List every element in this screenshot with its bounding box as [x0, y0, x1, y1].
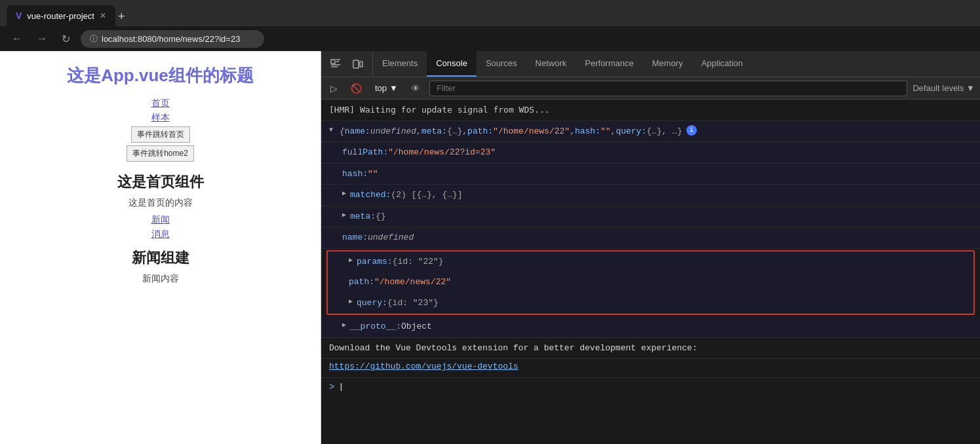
- browser-chrome: V vue-router-project ✕ +: [0, 0, 980, 26]
- console-prompt-icon: >: [329, 382, 334, 392]
- console-line-fullpath: fullPath: "/home/news/22?id=23": [321, 142, 980, 164]
- path-val: "/home/news/22": [374, 276, 451, 289]
- name-key: name:: [342, 231, 368, 244]
- tab-console[interactable]: Console: [427, 51, 477, 77]
- console-execute-icon[interactable]: ▷: [326, 81, 342, 96]
- event-jump-home-button[interactable]: 事件跳转首页: [131, 126, 190, 143]
- nav-link-home[interactable]: 首页: [151, 98, 170, 109]
- object-comma1: ,: [416, 125, 421, 138]
- devtools-inspect-icon[interactable]: [326, 56, 345, 72]
- tab-sources[interactable]: Sources: [477, 51, 526, 77]
- default-levels[interactable]: Default levels ▼: [912, 83, 975, 93]
- svg-rect-5: [353, 60, 359, 68]
- tab-performance[interactable]: Performance: [576, 51, 642, 77]
- name-val: undefined: [368, 231, 414, 244]
- fullpath-val: "/home/news/22?id=23": [388, 146, 496, 159]
- eye-icon[interactable]: 👁: [407, 81, 424, 96]
- object-more: , …}: [662, 125, 682, 138]
- nav-link-sample[interactable]: 样本: [151, 112, 170, 124]
- tab-elements[interactable]: Elements: [373, 51, 427, 77]
- meta-val: {}: [376, 210, 386, 223]
- tab-network[interactable]: Network: [526, 51, 576, 77]
- tab-application[interactable]: Application: [692, 51, 753, 77]
- nav-link-news[interactable]: 新闻: [151, 214, 170, 226]
- matched-key: matched:: [350, 189, 391, 202]
- section2-title: 新闻组建: [20, 248, 301, 268]
- tab-favicon: V: [16, 10, 22, 21]
- console-clear-icon[interactable]: 🚫: [347, 81, 366, 96]
- download-text: Download the Vue Devtools extension for …: [329, 343, 697, 353]
- tab-close-button[interactable]: ✕: [100, 11, 106, 20]
- console-line-path: path: "/home/news/22": [328, 272, 973, 293]
- url-text: localhost:8080/home/news/22?id=23: [102, 34, 240, 44]
- object-comma2: ,: [462, 125, 467, 138]
- reload-button[interactable]: ↻: [58, 30, 74, 48]
- event-jump-home2-button[interactable]: 事件跳转home2: [127, 145, 194, 162]
- devtools-toolbar: ▷ 🚫 top ▼ 👁 Default levels ▼: [321, 77, 980, 100]
- hash-key: hash:: [342, 168, 368, 181]
- object-comma3: ,: [570, 125, 575, 138]
- console-line-name: name: undefined: [321, 227, 980, 249]
- console-output[interactable]: [HMR] Waiting for update signal from WDS…: [321, 100, 980, 444]
- console-input-line: > |: [321, 378, 980, 396]
- meta-key: meta:: [350, 210, 376, 223]
- console-line-object[interactable]: ▼ { name: undefined , meta: {…} , path: …: [321, 121, 980, 143]
- filter-input[interactable]: [429, 81, 908, 96]
- tab-title: vue-router-project: [27, 11, 94, 21]
- object-query-key: query:: [616, 125, 646, 138]
- hash-val: "": [368, 168, 378, 181]
- nav-bar: ← → ↻ ⓘ localhost:8080/home/news/22?id=2…: [0, 26, 980, 51]
- object-query-val: {…}: [646, 125, 661, 138]
- console-line-download-link: https://github.com/vuejs/vue-devtools: [321, 359, 980, 378]
- expand-query-icon[interactable]: ▶: [349, 297, 357, 305]
- main-area: 这是App.vue组件的标题 首页 样本 事件跳转首页 事件跳转home2 这是…: [0, 51, 980, 444]
- section2-content: 新闻内容: [20, 273, 301, 285]
- devtools-icon-bar: [321, 51, 373, 77]
- object-summary-open: {: [340, 125, 345, 138]
- context-dropdown-icon: ▼: [389, 83, 398, 93]
- object-name-val: undefined: [370, 125, 416, 138]
- proto-val: Object: [401, 320, 432, 333]
- tab-bar: V vue-router-project ✕ +: [7, 0, 127, 26]
- webpage-panel: 这是App.vue组件的标题 首页 样本 事件跳转首页 事件跳转home2 这是…: [0, 51, 321, 444]
- new-tab-button[interactable]: +: [115, 7, 128, 26]
- console-line-meta: ▶ meta: {}: [321, 206, 980, 228]
- back-button[interactable]: ←: [8, 30, 26, 47]
- nav-link-messages[interactable]: 消息: [151, 229, 170, 240]
- address-bar[interactable]: ⓘ localhost:8080/home/news/22?id=23: [81, 30, 264, 48]
- section1-content: 这是首页的内容: [20, 197, 301, 209]
- console-line-download: Download the Vue Devtools extension for …: [321, 338, 980, 360]
- query-val: {id: "23"}: [387, 297, 439, 310]
- download-link[interactable]: https://github.com/vuejs/vue-devtools: [329, 360, 519, 373]
- proto-key: __proto__:: [350, 320, 401, 333]
- expand-object-icon[interactable]: ▼: [329, 125, 337, 133]
- lock-icon: ⓘ: [90, 33, 98, 45]
- fullpath-key: fullPath:: [342, 146, 388, 159]
- console-line-hmr: [HMR] Waiting for update signal from WDS…: [321, 100, 980, 121]
- devtools-tabs: Elements Console Sources Network Perform…: [321, 51, 980, 77]
- app-title: 这是App.vue组件的标题: [20, 64, 301, 87]
- nav-links: 首页 样本 事件跳转首页 事件跳转home2: [20, 98, 301, 162]
- object-path-key: path:: [467, 125, 493, 138]
- expand-meta-icon[interactable]: ▶: [342, 210, 350, 218]
- object-path-val: "/home/news/22": [493, 125, 570, 138]
- forward-button[interactable]: →: [33, 30, 51, 47]
- highlighted-section: ▶ params: {id: "22"} path: "/home/news/2…: [326, 250, 975, 316]
- context-selector[interactable]: top ▼: [371, 82, 402, 94]
- tab-memory[interactable]: Memory: [643, 51, 692, 77]
- object-hash-key: hash:: [575, 125, 600, 138]
- params-key: params:: [357, 255, 393, 268]
- devtools-device-icon[interactable]: [349, 56, 367, 72]
- expand-params-icon[interactable]: ▶: [349, 255, 357, 263]
- info-badge: i: [686, 125, 697, 136]
- active-tab[interactable]: V vue-router-project ✕: [7, 5, 115, 26]
- expand-proto-icon[interactable]: ▶: [342, 320, 350, 328]
- console-line-proto: ▶ __proto__: Object: [321, 316, 980, 338]
- hmr-message: [HMR] Waiting for update signal from WDS…: [329, 103, 550, 117]
- object-meta-key: meta:: [421, 125, 447, 138]
- sub-links: 新闻 消息: [20, 214, 301, 240]
- devtools-panel: Elements Console Sources Network Perform…: [321, 51, 980, 444]
- query-key: query:: [357, 297, 387, 310]
- object-comma4: ,: [611, 125, 616, 138]
- expand-matched-icon[interactable]: ▶: [342, 189, 350, 196]
